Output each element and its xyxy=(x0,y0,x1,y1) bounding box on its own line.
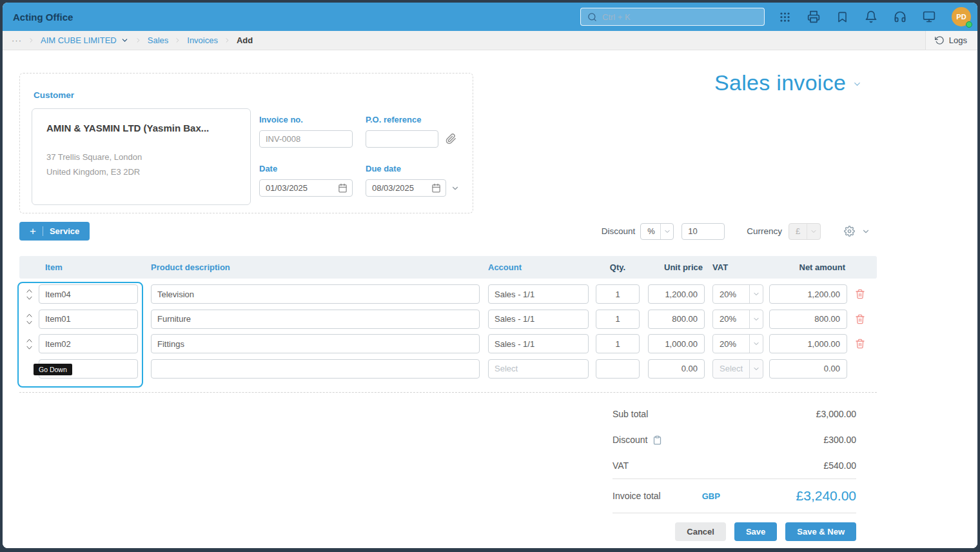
page-title-chevron-icon[interactable] xyxy=(852,79,862,89)
description-input[interactable] xyxy=(151,310,480,329)
move-up-icon[interactable] xyxy=(26,288,33,293)
search-input[interactable] xyxy=(602,12,758,22)
totals-panel: Sub total £3,000.00 Discount £300.00 VAT… xyxy=(612,401,856,541)
bell-icon[interactable] xyxy=(865,10,877,23)
cash-register-icon[interactable] xyxy=(807,10,820,23)
breadcrumb-sales[interactable]: Sales xyxy=(148,35,169,45)
vat-select[interactable]: 20% xyxy=(712,310,763,329)
vat-select[interactable]: 20% xyxy=(712,334,763,353)
global-search[interactable] xyxy=(580,8,765,26)
customer-name: AMIN & YASMIN LTD (Yasmin Bax... xyxy=(46,123,236,133)
unit-price-input[interactable] xyxy=(648,359,705,379)
vat-select[interactable]: 20% xyxy=(712,284,763,304)
vat-total-value: £540.00 xyxy=(823,460,856,471)
net-amount-input[interactable] xyxy=(769,284,847,304)
discount-value-input[interactable] xyxy=(681,223,725,240)
move-down-icon[interactable] xyxy=(26,345,33,350)
due-date-label: Due date xyxy=(366,164,460,173)
account-input[interactable] xyxy=(488,359,589,379)
discount-unit-value: % xyxy=(641,226,660,236)
settings-chevron-icon[interactable] xyxy=(861,227,870,236)
monitor-icon[interactable] xyxy=(923,10,936,23)
move-down-icon[interactable] xyxy=(26,295,33,301)
currency-value: £ xyxy=(789,226,807,236)
vat-placeholder: Select xyxy=(713,364,749,373)
currency-code: GBP xyxy=(702,491,720,501)
bookmark-icon[interactable] xyxy=(836,11,848,23)
header-unit-price: Unit price xyxy=(648,262,705,272)
chevron-right-icon xyxy=(174,37,181,44)
account-input[interactable] xyxy=(488,310,589,329)
qty-input[interactable] xyxy=(596,334,640,353)
qty-input[interactable] xyxy=(596,310,640,329)
description-input[interactable] xyxy=(151,359,480,379)
qty-input[interactable] xyxy=(596,284,640,304)
save-button[interactable]: Save xyxy=(734,522,777,541)
unit-price-input[interactable] xyxy=(648,310,705,329)
logs-label: Logs xyxy=(949,35,967,45)
user-avatar[interactable]: PD xyxy=(952,7,971,26)
company-dropdown-icon[interactable] xyxy=(121,36,129,44)
line-items-rows: 20% xyxy=(19,284,877,384)
gear-icon[interactable] xyxy=(844,226,855,237)
delete-row-icon[interactable] xyxy=(855,314,865,324)
breadcrumb-company[interactable]: AIM CUBE LIMITED xyxy=(41,35,117,45)
description-input[interactable] xyxy=(151,284,480,304)
item-input[interactable] xyxy=(39,310,138,329)
app-window: Acting Office PD xyxy=(3,3,977,548)
delete-row-icon[interactable] xyxy=(855,339,865,349)
customer-card[interactable]: AMIN & YASMIN LTD (Yasmin Bax... 37 Trel… xyxy=(32,108,251,205)
topbar: Acting Office PD xyxy=(3,3,977,31)
net-amount-input[interactable] xyxy=(769,359,847,379)
apps-grid-icon[interactable] xyxy=(779,11,791,23)
move-up-icon[interactable] xyxy=(26,338,33,343)
unit-price-input[interactable] xyxy=(648,284,705,304)
breadcrumb-ellipsis[interactable]: ··· xyxy=(12,35,22,45)
unit-price-input[interactable] xyxy=(648,334,705,353)
item-input[interactable] xyxy=(39,334,138,353)
qty-input[interactable] xyxy=(596,359,640,379)
discount-label: Discount xyxy=(602,226,636,236)
date-input[interactable] xyxy=(259,179,353,197)
search-icon xyxy=(587,12,597,22)
subtotal-value: £3,000.00 xyxy=(816,409,856,419)
chevron-right-icon xyxy=(135,37,142,44)
item-input[interactable] xyxy=(39,284,138,304)
account-input[interactable] xyxy=(488,284,589,304)
add-service-button[interactable]: + Service xyxy=(19,222,90,241)
line-items-toolbar: + Service Discount % Currency £ xyxy=(19,222,877,241)
move-down-icon[interactable] xyxy=(26,320,33,325)
cancel-button[interactable]: Cancel xyxy=(675,522,726,541)
chevron-right-icon xyxy=(224,37,231,44)
paperclip-icon[interactable] xyxy=(446,133,456,144)
customer-address-line2: United Kingdom, E3 2DR xyxy=(46,165,236,180)
chevron-down-icon xyxy=(750,290,763,298)
header-account: Account xyxy=(488,262,589,272)
net-amount-input[interactable] xyxy=(769,310,847,329)
vat-value: 20% xyxy=(713,339,749,349)
discount-unit-select[interactable]: % xyxy=(640,223,674,240)
header-qty: Qty. xyxy=(596,262,640,272)
vat-select[interactable]: Select xyxy=(712,359,763,379)
net-amount-input[interactable] xyxy=(769,334,847,353)
logs-button[interactable]: Logs xyxy=(925,31,977,50)
save-and-new-button[interactable]: Save & New xyxy=(785,522,856,541)
clipboard-icon[interactable] xyxy=(652,435,662,445)
headset-icon[interactable] xyxy=(894,10,906,23)
delete-row-icon[interactable] xyxy=(855,289,865,299)
table-row-empty: Select xyxy=(19,359,877,379)
po-reference-input[interactable] xyxy=(366,130,438,148)
breadcrumb-invoices[interactable]: Invoices xyxy=(187,35,218,45)
plus-icon: + xyxy=(30,226,36,237)
invoice-no-input[interactable] xyxy=(259,130,353,148)
page-title: Sales invoice xyxy=(714,71,862,95)
account-input[interactable] xyxy=(488,334,589,353)
vat-value: 20% xyxy=(713,290,749,299)
due-date-input[interactable] xyxy=(366,179,446,197)
currency-select[interactable]: £ xyxy=(789,223,821,240)
row-reorder-arrows xyxy=(19,338,39,350)
due-date-dropdown-icon[interactable] xyxy=(451,184,460,193)
move-up-icon[interactable] xyxy=(26,313,33,318)
description-input[interactable] xyxy=(151,334,480,353)
table-row: 20% xyxy=(19,284,877,304)
